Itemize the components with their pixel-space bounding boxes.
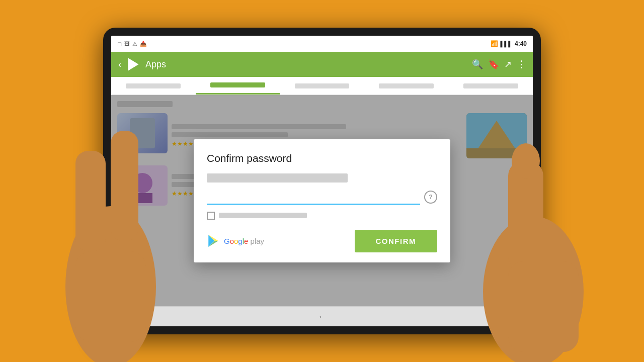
play-store-logo xyxy=(126,57,140,71)
hand-right-illustration xyxy=(468,131,599,362)
notif-icon-2: 🖼 xyxy=(124,41,130,47)
password-input[interactable] xyxy=(207,191,420,205)
wifi-icon: 📶 xyxy=(491,40,498,47)
play-logo xyxy=(207,234,220,247)
status-bar: ◻ 🖼 ⚠ 📥 📶 ▌▌▌ 4:40 xyxy=(111,36,533,52)
google-play-text: Google play xyxy=(224,237,264,245)
checkbox[interactable] xyxy=(207,212,215,220)
svg-rect-2 xyxy=(111,131,138,241)
checkbox-row xyxy=(207,212,437,220)
tab-5[interactable] xyxy=(448,77,533,95)
bookmark-icon[interactable]: 🔖 xyxy=(488,59,499,70)
input-row: ? xyxy=(207,191,437,205)
svg-rect-1 xyxy=(75,151,106,251)
confirm-dialog: Confirm password ? xyxy=(194,139,450,262)
status-bar-left: ◻ 🖼 ⚠ 📥 xyxy=(117,41,147,47)
svg-marker-4 xyxy=(128,58,139,71)
dialog-footer: Google play CONFIRM xyxy=(207,230,437,252)
nav-back-button[interactable]: ← xyxy=(318,312,326,321)
svg-point-18 xyxy=(512,143,540,178)
google-play-branding: Google play xyxy=(207,234,264,247)
tab-2-active[interactable] xyxy=(196,77,280,95)
tab-4[interactable] xyxy=(364,77,449,95)
notif-icon-1: ◻ xyxy=(117,41,122,47)
checkbox-label-placeholder xyxy=(219,213,307,218)
svg-marker-11 xyxy=(208,235,214,247)
status-bar-right: 📶 ▌▌▌ 4:40 xyxy=(491,40,527,47)
more-icon[interactable]: ⋮ xyxy=(517,59,526,70)
confirm-button[interactable]: CONFIRM xyxy=(355,230,438,252)
password-placeholder-bar xyxy=(207,173,348,183)
svg-rect-17 xyxy=(508,261,579,352)
time-display: 4:40 xyxy=(515,40,527,47)
app-bar: ‹ Apps 🔍 🔖 ↗ ⋮ xyxy=(111,52,533,77)
svg-rect-3 xyxy=(75,251,146,342)
tab-1[interactable] xyxy=(111,77,196,95)
share-icon[interactable]: ↗ xyxy=(504,59,512,70)
notif-icon-4: 📥 xyxy=(140,41,147,47)
signal-icon: ▌▌▌ xyxy=(501,41,512,47)
back-button[interactable]: ‹ xyxy=(118,59,121,70)
background: ◻ 🖼 ⚠ 📥 📶 ▌▌▌ 4:40 ‹ Apps 🔍 xyxy=(0,0,644,362)
search-icon[interactable]: 🔍 xyxy=(472,59,483,70)
tab-bar xyxy=(111,77,533,95)
hand-left-illustration xyxy=(50,111,171,362)
dialog-title: Confirm password xyxy=(207,152,437,164)
help-icon[interactable]: ? xyxy=(424,191,437,204)
tab-3[interactable] xyxy=(280,77,364,95)
app-bar-title: Apps xyxy=(145,59,467,70)
notif-icon-3: ⚠ xyxy=(132,41,137,47)
